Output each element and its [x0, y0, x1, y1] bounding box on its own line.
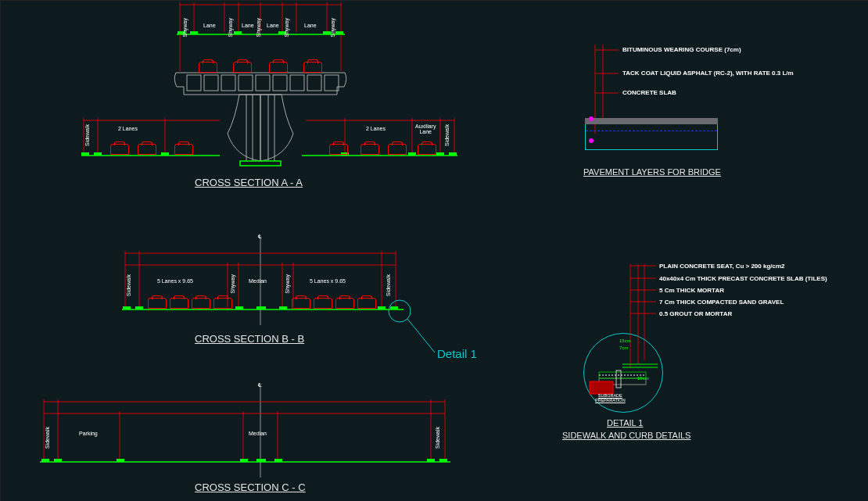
leader-dot — [589, 138, 594, 143]
car-icon — [199, 62, 217, 73]
edge — [274, 459, 282, 462]
svg-rect-0 — [187, 75, 201, 91]
lanes-left: 5 Lanes x 9.65 — [157, 278, 193, 284]
sidewalk-label: Sidewalk — [45, 427, 50, 449]
edge — [54, 459, 62, 462]
car-icon — [360, 144, 379, 155]
ground-edge — [161, 152, 169, 156]
svg-rect-3 — [239, 75, 253, 91]
deck-edge — [335, 31, 343, 34]
pavement-diagram — [585, 118, 718, 157]
car-icon — [418, 144, 436, 155]
median — [256, 306, 266, 310]
ground-edge — [449, 152, 457, 156]
pavement-title: PAVEMENT LAYERS FOR BRIDGE — [583, 167, 721, 177]
car-icon — [138, 144, 156, 155]
shyway-label: Shyway — [182, 18, 188, 38]
detail-note-4: 7 Cm THICK COMPACTED SAND GRAVEL — [659, 299, 784, 306]
pavement-note-1: BITUMINOUS WEARING COURSE (7cm) — [622, 46, 741, 53]
detail-callout: Detail 1 — [437, 347, 477, 360]
car-icon — [303, 62, 322, 73]
car-icon — [269, 62, 288, 73]
edge — [135, 306, 143, 310]
deck-edge — [234, 31, 242, 34]
ground-edge — [94, 152, 102, 156]
lane-label: Lane — [203, 23, 216, 28]
car-icon — [148, 298, 167, 309]
cad-canvas[interactable]: Lane Lane Lane Lane Shyway Shyway Shyway… — [0, 0, 868, 501]
dim-c: 10cm — [637, 376, 649, 381]
edge — [123, 306, 131, 310]
shyway-label: Shyway — [284, 18, 289, 38]
ground-edge — [81, 152, 89, 156]
sidewalk-label: Sidewalk — [386, 274, 391, 296]
edge — [235, 306, 243, 310]
section-a-title: CROSS SECTION A - A — [195, 177, 303, 188]
svg-rect-69 — [616, 370, 621, 388]
edge — [439, 459, 447, 462]
detail-note-2: 40x40x4 Cm THICK PRECAST CONCRETE SLAB (… — [659, 275, 827, 282]
svg-rect-5 — [273, 75, 287, 91]
lanes-right: 5 Lanes x 9.65 — [310, 278, 346, 284]
car-icon — [314, 298, 332, 309]
subgrade-label: SUBGRADE PREPARATION — [595, 393, 626, 403]
lane-label: Lane — [304, 23, 317, 28]
svg-rect-9 — [240, 161, 281, 166]
median-label: Median — [249, 431, 267, 436]
svg-rect-7 — [307, 75, 321, 91]
lanes-label: 2 Lanes — [366, 126, 386, 131]
detail-note-3: 5 Cm THICK MORTAR — [659, 287, 724, 294]
edge — [41, 459, 49, 462]
svg-rect-6 — [290, 75, 304, 91]
edge — [378, 306, 386, 310]
median-label: Median — [249, 278, 267, 284]
ground-edge — [436, 152, 444, 156]
svg-rect-1 — [204, 75, 218, 91]
edge — [427, 459, 435, 462]
sidewalk-label: Sidewalk — [126, 274, 131, 296]
median — [256, 459, 266, 462]
shyway-label: Shyway — [330, 18, 335, 38]
car-icon — [388, 144, 407, 155]
svg-rect-4 — [256, 75, 270, 91]
detail-note-5: 0.5 GROUT OR MORTAR — [659, 310, 732, 317]
dim-a: 15cm — [619, 338, 631, 343]
car-icon — [213, 298, 232, 309]
shyway-label: Shyway — [256, 18, 261, 38]
lane-label: Lane — [242, 23, 254, 28]
edge — [240, 459, 248, 462]
svg-rect-2 — [221, 75, 235, 91]
ground-edge — [408, 152, 416, 156]
edge — [279, 306, 287, 310]
section-b-title: CROSS SECTION B - B — [195, 333, 304, 345]
centerline-symbol: ℄ — [258, 382, 262, 388]
car-icon — [292, 298, 310, 309]
detail-1-title: DETAIL 1 — [607, 418, 643, 428]
pavement-note-2: TACK COAT LIQUID ASPHALT (RC-2), WITH RA… — [622, 70, 794, 77]
shyway-label: Shyway — [228, 18, 233, 38]
edge — [117, 459, 124, 462]
car-icon — [192, 298, 210, 309]
car-icon — [170, 298, 188, 309]
detail-note-1: PLAIN CONCRETE SEAT, Cu > 200 kg/cm2 — [659, 263, 785, 270]
parking-label: Parking — [79, 431, 98, 436]
svg-rect-68 — [590, 381, 613, 394]
svg-line-41 — [407, 319, 435, 352]
car-icon — [357, 298, 376, 309]
sidewalk-label: Sidewalk — [444, 124, 450, 146]
car-icon — [110, 144, 129, 155]
svg-point-40 — [389, 300, 411, 322]
lanes-label: 2 Lanes — [118, 126, 138, 131]
lane-label: Lane — [267, 23, 279, 28]
sidewalk-label: Sidewalk — [84, 124, 90, 146]
car-icon — [174, 144, 193, 155]
edge — [390, 306, 398, 310]
section-c-title: CROSS SECTION C - C — [195, 481, 306, 493]
leader-dot — [589, 116, 594, 121]
pavement-note-3: CONCRETE SLAB — [622, 89, 676, 96]
detail-1-subtitle: SIDEWALK AND CURB DETAILS — [562, 431, 690, 440]
car-icon — [233, 62, 252, 73]
car-icon — [329, 144, 348, 155]
shyway-label: Shyway — [230, 274, 235, 294]
deck-edge — [190, 31, 198, 34]
